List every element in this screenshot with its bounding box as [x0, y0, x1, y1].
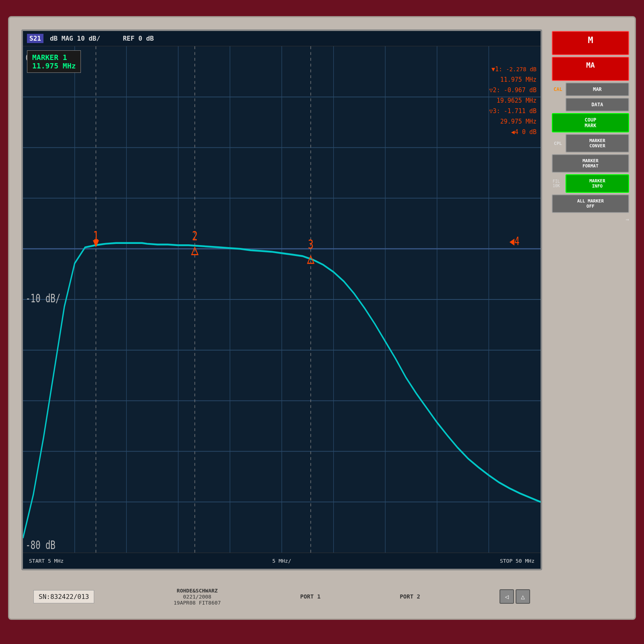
button-all-marker-off[interactable]: ALL MARKEROFF — [552, 194, 629, 213]
marker4-label: ◀4 — [511, 128, 518, 136]
serial-box: SN:832422/013 — [33, 590, 94, 603]
svg-text:◀4: ◀4 — [510, 235, 520, 248]
ref-label: REF 0 dB — [123, 35, 154, 42]
fil-label: FIL 10K — [552, 179, 564, 188]
button-mar[interactable]: MAR — [566, 83, 629, 96]
marker3-freq-line: 29.975 MHz — [489, 117, 537, 126]
arrow-up[interactable]: △ — [516, 589, 530, 604]
button-coup-mark[interactable]: COUPMARK — [552, 113, 629, 132]
button-data[interactable]: DATA — [566, 98, 629, 111]
cpl-label: CPL — [552, 141, 564, 146]
button-marker-info[interactable]: MARKERINFO — [566, 174, 629, 193]
center-label: 5 MHz/ — [272, 558, 291, 564]
screen-container: S21 dB MAG 10 dB/ REF 0 dB — [21, 29, 542, 570]
port1-area: PORT 1 — [300, 593, 321, 600]
marker3-label: ▽3: — [489, 107, 500, 115]
marker2-value: -0.967 dB — [504, 87, 537, 94]
brand-label: ROHDE&SCHWARZ — [173, 588, 221, 594]
screen-header: S21 dB MAG 10 dB/ REF 0 dB — [23, 31, 541, 46]
marker3-freq: 29.975 MHz — [500, 118, 537, 125]
marker3-line: ▽3: -1.711 dB — [489, 106, 537, 116]
svg-text:-10 dB/: -10 dB/ — [25, 292, 60, 305]
marker1-value: -2.278 dB — [506, 66, 537, 72]
mode-label: dB MAG 10 dB/ — [50, 35, 100, 42]
marker-title: MARKER 1 — [32, 53, 76, 62]
marker1-freq-line: 11.975 MHz — [489, 75, 537, 85]
marker-info-box: MARKER 1 11.975 MHz — [27, 50, 81, 73]
marker2-label: ▽2: — [489, 87, 500, 94]
marker2-freq-line: 19.9625 MHz — [489, 96, 537, 105]
svg-text:2: 2 — [192, 228, 198, 244]
plot-area: 1 2 3 ◀4 -10 dB/ -80 dB dB — [23, 46, 541, 553]
button-marker-conver[interactable]: MARKERCONVER — [566, 134, 629, 153]
date2: 19APR08 FIT8607 — [173, 600, 221, 606]
marker2-line: ▽2: -0.967 dB — [489, 85, 537, 95]
marker-readout: ▼1: -2.278 dB 11.975 MHz ▽2: -0.967 dB 1… — [489, 64, 537, 138]
marker4-line: ◀4 0 dB — [489, 127, 537, 137]
button-m[interactable]: M — [552, 31, 629, 55]
port2-label: PORT 2 — [400, 593, 420, 600]
date1: 0221/2008 — [173, 594, 221, 600]
instrument-body: S21 dB MAG 10 dB/ REF 0 dB — [8, 16, 636, 620]
brand-area: ROHDE&SCHWARZ 0221/2008 19APR08 FIT8607 — [173, 588, 221, 606]
instrument-bottom: SN:832422/013 ROHDE&SCHWARZ 0221/2008 19… — [21, 574, 542, 619]
button-marker-format[interactable]: MARKERFORMAT — [552, 154, 629, 173]
screen-footer: START 5 MHz 5 MHz/ STOP 50 MHz — [23, 553, 541, 569]
marker1-freq: 11.975 MHz — [500, 76, 537, 83]
cal-label: CAL — [552, 87, 564, 92]
marker3-value: -1.711 dB — [504, 107, 537, 115]
nav-arrows: ◁ △ — [500, 589, 530, 604]
marker4-value: 0 dB — [522, 128, 537, 136]
start-label: START 5 MHz — [29, 558, 64, 564]
port2-area: PORT 2 — [400, 593, 420, 600]
serial-label: SN:832422/013 — [39, 593, 89, 601]
svg-text:3: 3 — [308, 237, 314, 252]
plot-svg: 1 2 3 ◀4 -10 dB/ -80 dB dB — [23, 46, 541, 553]
svg-text:-80 dB: -80 dB — [25, 539, 55, 552]
arrow-left[interactable]: ◁ — [500, 589, 514, 604]
marker1-label: ▼1: — [491, 66, 502, 73]
button-ma[interactable]: MA — [552, 57, 629, 81]
marker-freq: 11.975 MHz — [32, 62, 76, 70]
port1-label: PORT 1 — [300, 593, 321, 600]
marker1-line: ▼1: -2.278 dB — [489, 64, 537, 74]
channel-label: S21 — [27, 34, 43, 43]
marker2-freq: 19.9625 MHz — [497, 97, 537, 104]
stop-label: STOP 50 MHz — [500, 558, 535, 564]
right-panel: M MA CAL MAR DATA COUPMARK CPL MARKERCON… — [550, 29, 631, 570]
